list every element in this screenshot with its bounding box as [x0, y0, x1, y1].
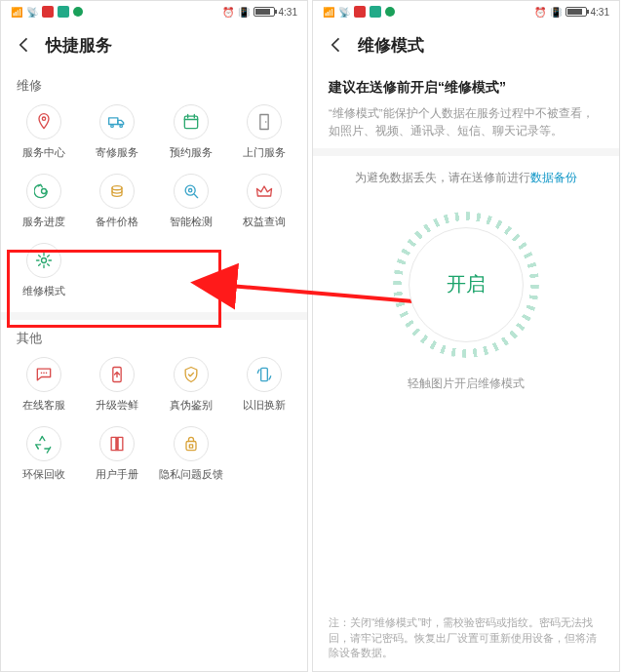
svg-rect-1: [109, 118, 118, 125]
shield-icon: [181, 365, 201, 384]
service-item-location-pin[interactable]: 服务中心: [7, 104, 81, 160]
back-button[interactable]: [15, 35, 34, 55]
arrow-left-icon: [15, 35, 34, 55]
headline: 建议在送修前开启“维修模式”: [329, 79, 604, 97]
service-label: 寄修服务: [96, 145, 138, 160]
service-label: 服务进度: [22, 215, 65, 229]
alarm-icon: ⏰: [534, 7, 546, 18]
enable-hint: 轻触图片开启维修模式: [408, 376, 525, 392]
signal-icon: 📶: [323, 7, 334, 18]
lock-bag-icon: [181, 434, 201, 454]
status-bar: 📶 📡 ⏰ 📳 4:31: [1, 1, 307, 22]
service-label: 隐私问题反馈: [159, 467, 223, 482]
recycle-icon: [34, 434, 54, 454]
section-label-repair: 维修: [1, 67, 307, 99]
svg-rect-17: [186, 442, 196, 451]
service-label: 在线客服: [22, 398, 65, 413]
service-label: 服务中心: [22, 145, 65, 160]
service-item-crown[interactable]: 权益查询: [228, 174, 302, 229]
screen-repair-mode: 📶 📡 ⏰ 📳 4:31 维修模式 建议在送修前开启“维修模式” “维修模式”能…: [312, 0, 620, 672]
service-item-upgrade[interactable]: 升级尝鲜: [81, 357, 155, 413]
chat-icon: [34, 365, 54, 384]
calendar-icon: [181, 112, 201, 132]
service-item-door[interactable]: 上门服务: [228, 104, 302, 160]
service-item-truck[interactable]: 寄修服务: [81, 104, 155, 160]
service-item-book[interactable]: 用户手册: [81, 426, 155, 482]
back-button[interactable]: [327, 35, 346, 55]
service-item-recycle-phone[interactable]: 以旧换新: [228, 357, 302, 413]
wifi-icon: 📡: [338, 7, 350, 18]
wifi-icon: 📡: [26, 7, 38, 18]
signal-icon: 📶: [11, 7, 22, 18]
service-item-chat[interactable]: 在线客服: [7, 357, 81, 413]
service-label: 智能检测: [170, 215, 213, 229]
svg-point-0: [42, 117, 45, 120]
service-item-shield[interactable]: 真伪鉴别: [154, 357, 228, 413]
sim2-icon: [58, 6, 69, 18]
page-title: 快捷服务: [46, 34, 112, 57]
backup-link[interactable]: 数据备份: [530, 171, 577, 184]
service-label: 备件价格: [96, 215, 138, 229]
service-item-phone-refresh[interactable]: 服务进度: [7, 174, 81, 229]
service-label: 上门服务: [243, 145, 286, 160]
service-icon-wrap: [26, 104, 61, 139]
section-divider: [313, 148, 619, 156]
footer-note: 注：关闭“维修模式”时，需校验密码或指纹。密码无法找回，请牢记密码。恢复出厂设置…: [329, 615, 604, 661]
door-icon: [254, 112, 274, 132]
service-item-magnifier-gear[interactable]: 智能检测: [154, 174, 228, 229]
service-icon-wrap: [99, 104, 135, 139]
vibrate-icon: 📳: [238, 7, 250, 18]
svg-rect-5: [260, 115, 268, 130]
svg-point-3: [120, 125, 123, 128]
sim1-icon: [42, 6, 54, 18]
svg-point-10: [188, 189, 191, 192]
service-icon-wrap: [247, 174, 282, 209]
service-icon-wrap: [247, 104, 282, 139]
service-icon-wrap: [99, 174, 135, 209]
service-item-lock-bag[interactable]: 隐私问题反馈: [154, 426, 228, 482]
svg-point-9: [185, 185, 195, 195]
coins-icon: [107, 181, 127, 201]
service-label: 真伪鉴别: [170, 398, 213, 413]
service-label: 权益查询: [243, 215, 286, 229]
page-title: 维修模式: [358, 34, 424, 57]
svg-point-7: [41, 189, 46, 194]
sim2-icon: [370, 6, 381, 18]
screen-quick-services: 📶 📡 ⏰ 📳 4:31 快捷服务 维修 服务中心寄修服务预约服务上门服务服务进…: [0, 0, 308, 672]
service-label: 用户手册: [96, 467, 138, 482]
service-item-calendar[interactable]: 预约服务: [154, 104, 228, 160]
service-label: 升级尝鲜: [96, 398, 138, 413]
wechat-notif-icon: [73, 7, 83, 17]
clock-text: 4:31: [279, 7, 297, 18]
annotation-highlight-box: [7, 250, 221, 328]
svg-point-8: [112, 186, 122, 190]
battery-icon: [566, 7, 587, 17]
status-bar: 📶 📡 ⏰ 📳 4:31: [313, 1, 619, 22]
recycle-phone-icon: [254, 365, 274, 384]
service-icon-wrap: [174, 174, 209, 209]
service-icon-wrap: [26, 357, 61, 392]
enable-repair-mode-button[interactable]: 开启: [393, 212, 539, 358]
service-item-coins[interactable]: 备件价格: [81, 174, 155, 229]
battery-icon: [254, 7, 275, 17]
service-label: 以旧换新: [243, 398, 286, 413]
service-icon-wrap: [26, 426, 61, 461]
description: “维修模式”能保护个人数据在服务过程中不被查看，如照片、视频、通讯录、短信、聊天…: [329, 104, 604, 140]
upgrade-icon: [107, 365, 127, 384]
clock-text: 4:31: [591, 7, 609, 18]
backup-tip: 为避免数据丢失，请在送修前进行数据备份: [313, 156, 619, 190]
enable-label: 开启: [447, 271, 486, 297]
svg-point-14: [45, 373, 47, 375]
vibrate-icon: 📳: [550, 7, 562, 18]
sim1-icon: [354, 6, 366, 18]
svg-rect-16: [261, 368, 268, 380]
svg-point-2: [111, 125, 114, 128]
grid-other: 在线客服升级尝鲜真伪鉴别以旧换新环保回收用户手册隐私问题反馈: [1, 351, 307, 495]
title-bar: 快捷服务: [1, 22, 307, 67]
truck-icon: [107, 112, 127, 132]
service-item-recycle[interactable]: 环保回收: [7, 426, 81, 482]
service-icon-wrap: [26, 174, 61, 209]
book-icon: [107, 434, 127, 454]
svg-point-12: [40, 373, 42, 375]
service-icon-wrap: [99, 426, 135, 461]
